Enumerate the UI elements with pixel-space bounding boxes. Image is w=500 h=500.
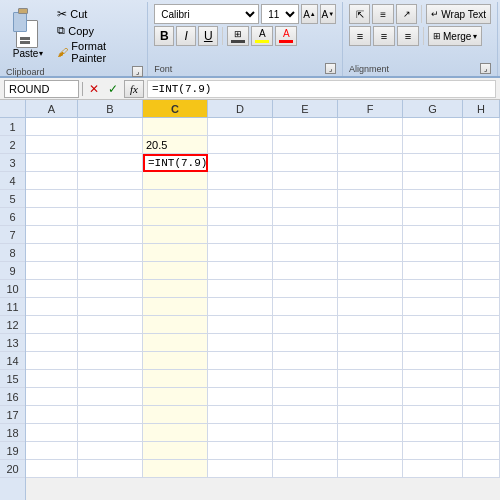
cell-a17[interactable] — [26, 406, 78, 424]
cell-h2[interactable] — [463, 136, 500, 154]
cell-h9[interactable] — [463, 262, 500, 280]
cell-c5[interactable] — [143, 190, 208, 208]
cell-d18[interactable] — [208, 424, 273, 442]
cell-f5[interactable] — [338, 190, 403, 208]
confirm-formula-button[interactable]: ✓ — [105, 81, 121, 97]
cell-d16[interactable] — [208, 388, 273, 406]
row-header-16[interactable]: 16 — [0, 388, 25, 406]
cell-d5[interactable] — [208, 190, 273, 208]
cell-f14[interactable] — [338, 352, 403, 370]
cell-h20[interactable] — [463, 460, 500, 478]
row-header-17[interactable]: 17 — [0, 406, 25, 424]
col-header-c[interactable]: C — [143, 100, 208, 117]
cell-a6[interactable] — [26, 208, 78, 226]
cell-d9[interactable] — [208, 262, 273, 280]
copy-button[interactable]: ⧉ Copy — [54, 23, 143, 38]
row-header-9[interactable]: 9 — [0, 262, 25, 280]
row-header-20[interactable]: 20 — [0, 460, 25, 478]
font-color-button[interactable]: A — [275, 26, 297, 46]
cell-d17[interactable] — [208, 406, 273, 424]
cell-h11[interactable] — [463, 298, 500, 316]
cell-e5[interactable] — [273, 190, 338, 208]
cell-g4[interactable] — [403, 172, 463, 190]
cell-f15[interactable] — [338, 370, 403, 388]
cell-f12[interactable] — [338, 316, 403, 334]
row-header-6[interactable]: 6 — [0, 208, 25, 226]
cell-d19[interactable] — [208, 442, 273, 460]
cell-c7[interactable] — [143, 226, 208, 244]
font-size-select[interactable]: 11 — [261, 4, 299, 24]
cell-h12[interactable] — [463, 316, 500, 334]
align-left-button[interactable]: ≡ — [349, 26, 371, 46]
cell-b10[interactable] — [78, 280, 143, 298]
cell-a14[interactable] — [26, 352, 78, 370]
cell-h14[interactable] — [463, 352, 500, 370]
cell-a15[interactable] — [26, 370, 78, 388]
cell-e10[interactable] — [273, 280, 338, 298]
cell-d6[interactable] — [208, 208, 273, 226]
cell-e2[interactable] — [273, 136, 338, 154]
cell-a8[interactable] — [26, 244, 78, 262]
cell-d8[interactable] — [208, 244, 273, 262]
cell-a20[interactable] — [26, 460, 78, 478]
cell-h3[interactable] — [463, 154, 500, 172]
italic-button[interactable]: I — [176, 26, 196, 46]
cell-h6[interactable] — [463, 208, 500, 226]
cell-g17[interactable] — [403, 406, 463, 424]
cell-c6[interactable] — [143, 208, 208, 226]
row-header-7[interactable]: 7 — [0, 226, 25, 244]
row-header-13[interactable]: 13 — [0, 334, 25, 352]
cell-g1[interactable] — [403, 118, 463, 136]
cell-e20[interactable] — [273, 460, 338, 478]
cell-e3[interactable] — [273, 154, 338, 172]
cell-b18[interactable] — [78, 424, 143, 442]
cell-d4[interactable] — [208, 172, 273, 190]
align-center-button[interactable]: ≡ — [373, 26, 395, 46]
cell-c2[interactable]: 20.5 — [143, 136, 208, 154]
cell-f11[interactable] — [338, 298, 403, 316]
row-header-1[interactable]: 1 — [0, 118, 25, 136]
row-header-8[interactable]: 8 — [0, 244, 25, 262]
cell-b9[interactable] — [78, 262, 143, 280]
row-header-3[interactable]: 3 — [0, 154, 25, 172]
cancel-formula-button[interactable]: ✕ — [86, 81, 102, 97]
cell-e18[interactable] — [273, 424, 338, 442]
cell-g3[interactable] — [403, 154, 463, 172]
cell-b3[interactable] — [78, 154, 143, 172]
cell-a10[interactable] — [26, 280, 78, 298]
fill-color-button[interactable]: A — [251, 26, 273, 46]
cell-d11[interactable] — [208, 298, 273, 316]
cell-b12[interactable] — [78, 316, 143, 334]
cell-b17[interactable] — [78, 406, 143, 424]
cell-g10[interactable] — [403, 280, 463, 298]
row-header-2[interactable]: 2 — [0, 136, 25, 154]
cell-b20[interactable] — [78, 460, 143, 478]
cell-b15[interactable] — [78, 370, 143, 388]
cell-f2[interactable] — [338, 136, 403, 154]
col-header-g[interactable]: G — [403, 100, 463, 117]
cell-f7[interactable] — [338, 226, 403, 244]
cell-e7[interactable] — [273, 226, 338, 244]
clipboard-expand-button[interactable]: ⌟ — [132, 66, 143, 77]
row-header-5[interactable]: 5 — [0, 190, 25, 208]
border-button[interactable]: ⊞ — [227, 26, 249, 46]
cell-g18[interactable] — [403, 424, 463, 442]
cell-g11[interactable] — [403, 298, 463, 316]
cell-e9[interactable] — [273, 262, 338, 280]
font-name-select[interactable]: Calibri — [154, 4, 259, 24]
cell-a18[interactable] — [26, 424, 78, 442]
cell-e12[interactable] — [273, 316, 338, 334]
cell-c17[interactable] — [143, 406, 208, 424]
cell-b4[interactable] — [78, 172, 143, 190]
cell-c19[interactable] — [143, 442, 208, 460]
merge-button[interactable]: ⊞ Merge ▾ — [428, 26, 482, 46]
cell-b19[interactable] — [78, 442, 143, 460]
cell-h8[interactable] — [463, 244, 500, 262]
align-top-right-button[interactable]: ↗ — [396, 4, 417, 24]
cell-f13[interactable] — [338, 334, 403, 352]
cell-f19[interactable] — [338, 442, 403, 460]
cell-c20[interactable] — [143, 460, 208, 478]
cell-h10[interactable] — [463, 280, 500, 298]
row-header-15[interactable]: 15 — [0, 370, 25, 388]
cell-f18[interactable] — [338, 424, 403, 442]
